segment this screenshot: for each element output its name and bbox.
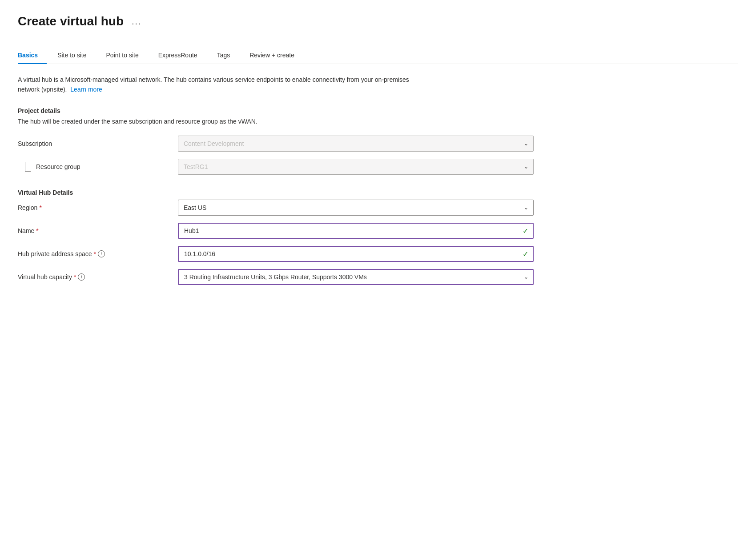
project-details-subtitle: The hub will be created under the same s… <box>18 118 738 125</box>
resource-group-row: Resource group TestRG1 ⌄ <box>18 159 738 175</box>
page-title: Create virtual hub <box>18 14 124 28</box>
subscription-row: Subscription Content Development ⌄ <box>18 136 738 152</box>
address-space-required-star: * <box>94 250 96 257</box>
project-details-section: Project details The hub will be created … <box>18 107 738 175</box>
capacity-select-wrapper: 3 Routing Infrastructure Units, 3 Gbps R… <box>178 269 534 285</box>
address-space-label: Hub private address space * i <box>18 250 178 257</box>
name-required-star: * <box>36 227 38 234</box>
name-input-wrapper: ✓ <box>178 223 534 239</box>
subscription-control: Content Development ⌄ <box>178 136 534 152</box>
region-control: East US ⌄ <box>178 200 534 216</box>
capacity-row: Virtual hub capacity * i 3 Routing Infra… <box>18 269 738 285</box>
capacity-required-star: * <box>74 273 76 281</box>
capacity-control: 3 Routing Infrastructure Units, 3 Gbps R… <box>178 269 534 285</box>
region-row: Region * East US ⌄ <box>18 200 738 216</box>
name-input[interactable] <box>178 223 534 239</box>
address-space-input[interactable] <box>178 246 534 262</box>
page-description: A virtual hub is a Microsoft-managed vir… <box>18 75 418 95</box>
tab-site-to-site[interactable]: Site to site <box>57 46 95 64</box>
resource-group-label-area: Resource group <box>18 162 178 172</box>
region-select[interactable]: East US <box>178 200 534 216</box>
address-space-row: Hub private address space * i ✓ <box>18 246 738 262</box>
name-label: Name * <box>18 227 178 234</box>
address-space-info-icon[interactable]: i <box>98 250 105 257</box>
tab-review-create[interactable]: Review + create <box>249 46 303 64</box>
ellipsis-button[interactable]: ... <box>129 16 145 28</box>
resource-group-control: TestRG1 ⌄ <box>178 159 534 175</box>
project-details-title: Project details <box>18 107 738 114</box>
tab-basics[interactable]: Basics <box>18 46 47 64</box>
address-space-check-icon: ✓ <box>523 249 528 258</box>
subscription-label: Subscription <box>18 140 178 147</box>
name-check-icon: ✓ <box>523 226 528 235</box>
region-select-wrapper: East US ⌄ <box>178 200 534 216</box>
name-row: Name * ✓ <box>18 223 738 239</box>
tab-bar: Basics Site to site Point to site Expres… <box>18 46 738 64</box>
subscription-select[interactable]: Content Development <box>178 136 534 152</box>
resource-group-select-wrapper: TestRG1 ⌄ <box>178 159 534 175</box>
learn-more-link[interactable]: Learn more <box>70 86 102 93</box>
address-space-input-wrapper: ✓ <box>178 246 534 262</box>
tab-tags[interactable]: Tags <box>217 46 239 64</box>
virtual-hub-details-title: Virtual Hub Details <box>18 189 738 196</box>
capacity-select[interactable]: 3 Routing Infrastructure Units, 3 Gbps R… <box>178 269 534 285</box>
address-space-control: ✓ <box>178 246 534 262</box>
virtual-hub-details-section: Virtual Hub Details Region * East US ⌄ N… <box>18 189 738 285</box>
page-title-row: Create virtual hub ... <box>18 14 738 28</box>
region-required-star: * <box>39 204 41 211</box>
name-control: ✓ <box>178 223 534 239</box>
capacity-info-icon[interactable]: i <box>78 273 85 281</box>
resource-group-label: Resource group <box>36 163 80 170</box>
capacity-label: Virtual hub capacity * i <box>18 273 178 281</box>
subscription-select-wrapper: Content Development ⌄ <box>178 136 534 152</box>
tab-expressroute[interactable]: ExpressRoute <box>158 46 206 64</box>
resource-group-select[interactable]: TestRG1 <box>178 159 534 175</box>
tab-point-to-site[interactable]: Point to site <box>106 46 148 64</box>
region-label: Region * <box>18 204 178 211</box>
